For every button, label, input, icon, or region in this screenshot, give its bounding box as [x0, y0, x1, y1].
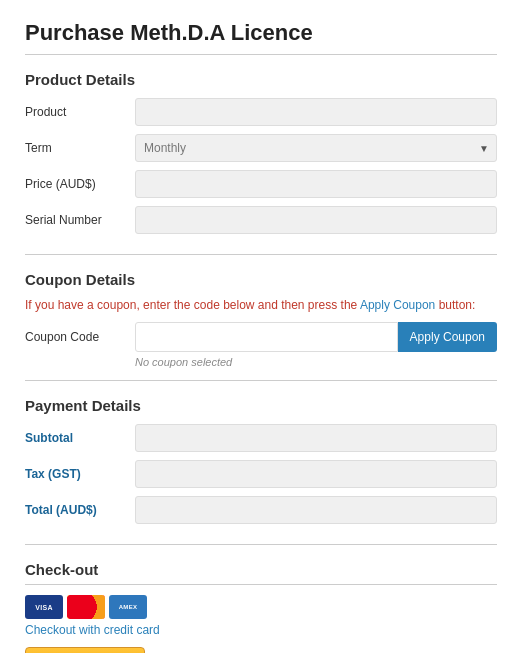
- page-title: Purchase Meth.D.A Licence: [25, 20, 497, 55]
- payment-details-title: Payment Details: [25, 397, 497, 414]
- coupon-status-text: No coupon selected: [135, 356, 497, 368]
- subtotal-row: Subtotal: [25, 424, 497, 452]
- serial-label: Serial Number: [25, 213, 135, 227]
- serial-input: [135, 206, 497, 234]
- subtotal-input: [135, 424, 497, 452]
- product-details-title: Product Details: [25, 71, 497, 88]
- card-icons-row: VISA AMEX: [25, 595, 497, 619]
- checkout-section: Check-out VISA AMEX Checkout with credit…: [25, 561, 497, 653]
- checkout-credit-link[interactable]: Checkout with credit card: [25, 623, 497, 637]
- total-row: Total (AUD$): [25, 496, 497, 524]
- product-row: Product: [25, 98, 497, 126]
- tax-input: [135, 460, 497, 488]
- tax-label: Tax (GST): [25, 467, 135, 481]
- price-input: [135, 170, 497, 198]
- coupon-info-before: If you have a coupon, enter the code bel…: [25, 298, 360, 312]
- term-label: Term: [25, 141, 135, 155]
- total-label: Total (AUD$): [25, 503, 135, 517]
- term-select-wrapper: Monthly ▼: [135, 134, 497, 162]
- visa-icon: VISA: [25, 595, 63, 619]
- coupon-code-input[interactable]: [135, 322, 398, 352]
- tax-row: Tax (GST): [25, 460, 497, 488]
- mastercard-icon: [67, 595, 105, 619]
- amex-icon: AMEX: [109, 595, 147, 619]
- coupon-details-section: Coupon Details If you have a coupon, ent…: [25, 271, 497, 381]
- payment-details-section: Payment Details Subtotal Tax (GST) Total…: [25, 397, 497, 545]
- coupon-code-label: Coupon Code: [25, 330, 135, 344]
- subtotal-label: Subtotal: [25, 431, 135, 445]
- paypal-button[interactable]: Checkout with PayPal: [25, 647, 145, 653]
- product-input[interactable]: [135, 98, 497, 126]
- price-label: Price (AUD$): [25, 177, 135, 191]
- coupon-info-text: If you have a coupon, enter the code bel…: [25, 298, 497, 312]
- coupon-code-row: Coupon Code Apply Coupon: [25, 322, 497, 352]
- product-label: Product: [25, 105, 135, 119]
- term-row: Term Monthly ▼: [25, 134, 497, 162]
- total-input: [135, 496, 497, 524]
- price-row: Price (AUD$): [25, 170, 497, 198]
- product-details-section: Product Details Product Term Monthly ▼ P…: [25, 71, 497, 255]
- checkout-title: Check-out: [25, 561, 497, 585]
- coupon-details-title: Coupon Details: [25, 271, 497, 288]
- coupon-info-after: button:: [435, 298, 475, 312]
- apply-coupon-button[interactable]: Apply Coupon: [398, 322, 497, 352]
- serial-row: Serial Number: [25, 206, 497, 234]
- term-select[interactable]: Monthly: [135, 134, 497, 162]
- coupon-info-link: Apply Coupon: [360, 298, 435, 312]
